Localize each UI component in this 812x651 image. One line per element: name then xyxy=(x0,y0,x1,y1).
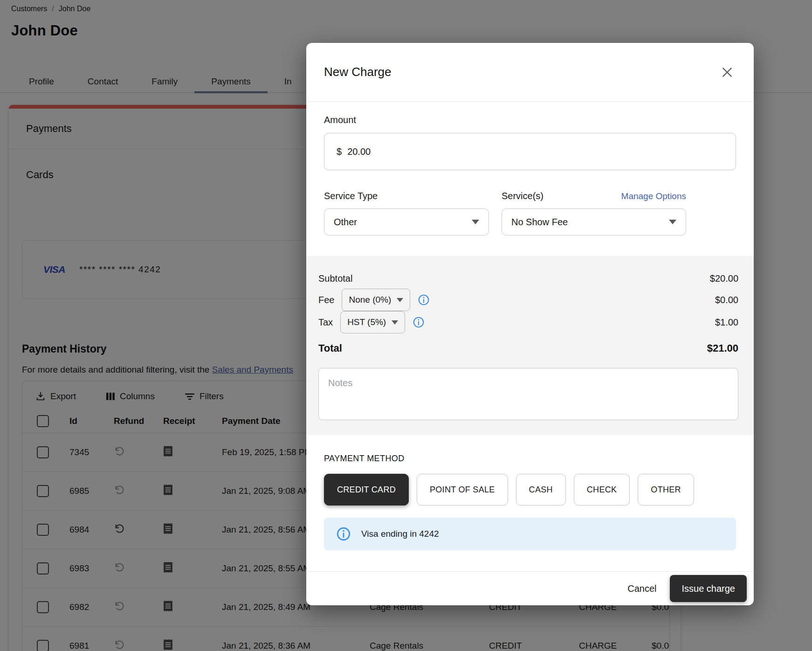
payment-method-button-label: POINT OF SALE xyxy=(430,485,495,495)
fee-option: None (0%) xyxy=(349,295,391,305)
tax-select[interactable]: HST (5%) xyxy=(340,311,405,333)
services-select[interactable]: No Show Fee xyxy=(502,208,686,235)
payment-method-options: CREDIT CARDPOINT OF SALECASHCHECKOTHER xyxy=(324,474,736,506)
service-type-select[interactable]: Other xyxy=(324,208,489,235)
payment-method-check[interactable]: CHECK xyxy=(574,474,630,506)
service-type-value: Other xyxy=(334,217,357,228)
tax-label: Tax xyxy=(318,317,333,328)
modal-header: New Charge xyxy=(306,43,754,102)
chevron-down-icon xyxy=(669,220,676,224)
chevron-down-icon xyxy=(397,298,403,302)
total-line: Total $21.00 xyxy=(318,338,738,359)
tax-line: Tax HST (5%) $1.00 xyxy=(318,311,738,333)
tax-info-icon[interactable] xyxy=(413,316,425,328)
amount-input[interactable]: $ 20.00 xyxy=(324,133,736,170)
service-type-label: Service Type xyxy=(324,191,489,201)
payment-method-button-label: OTHER xyxy=(651,485,681,495)
amount-label: Amount xyxy=(324,115,736,125)
new-charge-modal: New Charge Amount $ 20.00 Service Type O… xyxy=(306,43,754,605)
screen: Customers / John Doe John Doe ProfileCon… xyxy=(0,0,812,651)
manage-options-link[interactable]: Manage Options xyxy=(621,191,686,201)
fee-label: Fee xyxy=(318,295,334,305)
payment-method-credit-card[interactable]: CREDIT CARD xyxy=(324,474,409,506)
payment-method-point-of-sale[interactable]: POINT OF SALE xyxy=(417,474,508,506)
cancel-button[interactable]: Cancel xyxy=(627,583,656,594)
notes-input[interactable] xyxy=(318,368,738,420)
fee-line: Fee None (0%) $0.00 xyxy=(318,289,738,311)
currency-symbol: $ xyxy=(337,146,342,157)
modal-title: New Charge xyxy=(324,65,392,79)
subtotal-line: Subtotal $20.00 xyxy=(318,268,738,289)
services-value: No Show Fee xyxy=(511,217,568,228)
close-icon[interactable] xyxy=(720,65,734,79)
payment-method-label: PAYMENT METHOD xyxy=(324,454,736,464)
fee-info-icon[interactable] xyxy=(418,294,430,306)
payment-method-button-label: CREDIT CARD xyxy=(337,485,396,495)
card-info-banner: Visa ending in 4242 xyxy=(324,518,736,550)
amount-value: 20.00 xyxy=(347,146,371,157)
service-row: Service Type Other Service(s) Manage Opt… xyxy=(324,191,736,235)
info-icon xyxy=(336,526,351,541)
chevron-down-icon xyxy=(472,220,479,224)
payment-method-other[interactable]: OTHER xyxy=(638,474,694,506)
chevron-down-icon xyxy=(392,320,398,325)
charge-summary: Subtotal $20.00 Fee None (0%) $0 xyxy=(306,256,754,435)
fee-select[interactable]: None (0%) xyxy=(342,289,410,311)
subtotal-label: Subtotal xyxy=(318,273,352,284)
tax-option: HST (5%) xyxy=(347,317,386,327)
payment-method-cash[interactable]: CASH xyxy=(516,474,566,506)
payment-method-button-label: CHECK xyxy=(587,485,617,495)
modal-body: Amount $ 20.00 Service Type Other Servic… xyxy=(306,102,754,571)
payment-method-button-label: CASH xyxy=(529,485,553,495)
tax-value: $1.00 xyxy=(715,317,738,328)
total-label: Total xyxy=(318,342,342,354)
subtotal-value: $20.00 xyxy=(710,273,738,284)
banner-text: Visa ending in 4242 xyxy=(361,529,439,539)
issue-charge-button[interactable]: Issue charge xyxy=(670,575,747,602)
services-label: Service(s) xyxy=(502,191,544,201)
total-value: $21.00 xyxy=(707,342,738,354)
fee-value: $0.00 xyxy=(715,295,738,305)
modal-footer: Cancel Issue charge xyxy=(306,571,754,605)
